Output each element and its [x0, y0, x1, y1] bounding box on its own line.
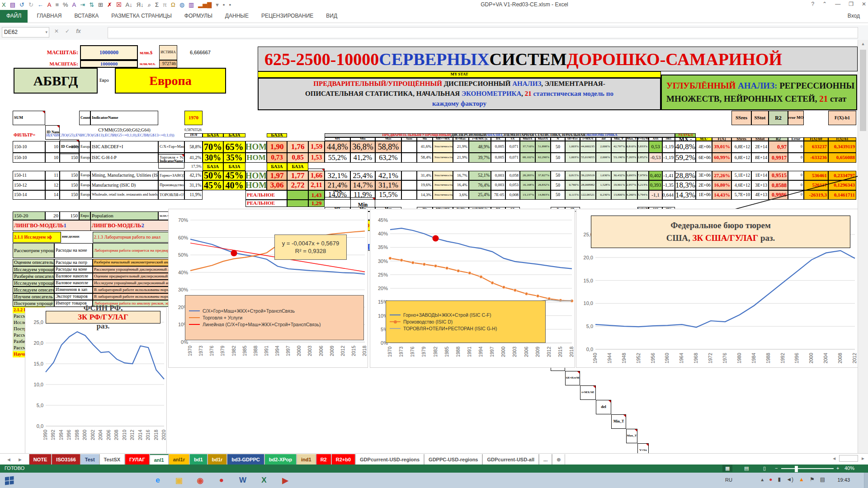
zoom-in-icon[interactable]: +	[836, 465, 839, 471]
grid-cell[interactable]: 1,53	[308, 153, 325, 163]
tray-camera-icon[interactable]: ●	[769, 476, 772, 483]
grid-cell[interactable]: 14,43%	[712, 190, 731, 200]
grid-cell[interactable]: 19,6%	[417, 180, 433, 190]
chart-column-icon[interactable]: ▾	[216, 0, 219, 9]
grid-cell[interactable]: Europa	[79, 153, 90, 163]
grid-cell[interactable]: 11,9%	[184, 190, 203, 200]
grid-cell[interactable]: Error МОД	[788, 111, 804, 125]
grid-cell[interactable]: 57,203%	[626, 153, 637, 163]
grid-cell[interactable]: 150	[60, 190, 79, 200]
grid-cell[interactable]: 22,957%	[626, 180, 637, 190]
grid-cell[interactable]: MX-	[696, 137, 712, 141]
sheet-tab-gdppc-usd-regions[interactable]: GDPPC-USD-regions	[424, 454, 482, 465]
taskbar-icon-chrome[interactable]: ◉	[192, 474, 209, 487]
grid-cell[interactable]: Min	[350, 137, 375, 141]
grid-cell[interactable]: 0,393	[649, 180, 662, 190]
page-layout-view-icon[interactable]: ▤	[741, 465, 751, 472]
close-icon[interactable]: ✕	[862, 1, 866, 7]
grid-cell[interactable]: 17,979%	[637, 171, 649, 180]
grid-cell[interactable]: Торговля + Ус	[158, 153, 184, 163]
grid-cell[interactable]: Горно+ЗАВОД	[158, 171, 184, 180]
hscroll-thumb[interactable]	[839, 455, 858, 462]
grid-cell[interactable]: ISIC ABCDEF+I	[90, 141, 158, 153]
chart-insert-icon[interactable]: ▂▅▇	[198, 0, 212, 9]
grid-cell[interactable]: 41,6%	[417, 141, 433, 153]
save-icon[interactable]: ▤	[10, 0, 15, 9]
grid-cell[interactable]: 150-11	[13, 171, 45, 180]
grid-cell[interactable]: 0,656088	[828, 153, 856, 163]
grid-cell[interactable]: 5,1E+12	[731, 171, 751, 180]
grid-cell[interactable]: БАЗА	[287, 163, 308, 171]
grid-cell[interactable]: 0,8588	[769, 180, 788, 190]
language-indicator[interactable]: RU	[725, 477, 732, 483]
window-controls[interactable]: ? ⌃ — ❐ ✕	[811, 1, 866, 7]
grid-cell[interactable]: 32,1%	[325, 171, 350, 180]
grid-cell[interactable]: 52,1%	[469, 171, 491, 180]
grid-cell[interactable]: БАЗА	[267, 163, 287, 171]
grid-cell[interactable]: 14,3%	[417, 190, 433, 200]
grid-cell[interactable]: БАЗА	[223, 163, 245, 171]
grid-cell[interactable]: DX	[491, 137, 505, 141]
grid-cell[interactable]: Расходы на коне	[54, 243, 93, 258]
grid-cell[interactable]: N	[551, 137, 565, 141]
grid-cell[interactable]: Europa	[79, 171, 90, 180]
grid-cell[interactable]: 39,229319	[580, 171, 596, 180]
sheet-tab-ind1[interactable]: ind1	[297, 454, 316, 465]
grid-cell[interactable]: Разберём описател	[13, 273, 54, 280]
grid-cell[interactable]	[401, 153, 417, 163]
chart-isic-europe[interactable]: 0%5%10%15%20%25%30%35%40%45%197019731976…	[370, 209, 575, 368]
grid-cell[interactable]: 41,2%	[350, 153, 375, 163]
grid-cell[interactable]: Europa	[79, 141, 90, 153]
scrollbar-thumb[interactable]	[860, 50, 866, 131]
taskbar-icon-recorder[interactable]: ●	[213, 474, 230, 487]
grid-cell[interactable]: 0,230%	[596, 190, 611, 200]
align-icon[interactable]: ≡	[55, 0, 59, 9]
grid-cell[interactable]: SE=Err	[565, 137, 580, 141]
grid-cell[interactable]: 0,815%	[565, 171, 580, 180]
grid-cell[interactable]: 1,59	[308, 141, 325, 153]
grid-cell[interactable]: 150	[60, 141, 79, 153]
grid-cell[interactable]: 15,5%	[375, 190, 401, 200]
zoom-out-icon[interactable]: −	[775, 465, 778, 471]
grid-cell[interactable]: 2,72	[287, 180, 308, 190]
grid-cell[interactable]: 46,810%	[626, 141, 637, 153]
grid-cell[interactable]: Расходы на потр	[54, 259, 93, 266]
grid-cell[interactable]: 30,432%	[611, 171, 626, 180]
grid-cell[interactable]: Sum	[401, 137, 417, 141]
grid-cell[interactable]: 150	[60, 153, 79, 163]
more-icon[interactable]: ▪	[229, 0, 231, 9]
grid-cell[interactable]: 0,003	[491, 171, 505, 180]
grid-cell[interactable]: 44,660235	[580, 141, 596, 153]
grid-cell[interactable]: SStot	[751, 137, 769, 141]
grid-cell[interactable]: 28,8%	[675, 171, 696, 180]
sheet-tab-note[interactable]: NOTE	[29, 454, 52, 465]
sheet-tab-testsx[interactable]: TestSX	[99, 454, 125, 465]
sign-in-link[interactable]: Вход	[848, 13, 860, 19]
grid-cell[interactable]: 0,008	[505, 190, 520, 200]
grid-cell[interactable]: ID Name	[45, 125, 60, 140]
ribbon-tab-вид[interactable]: ВИД	[320, 10, 344, 23]
zoom-slider-thumb[interactable]	[795, 466, 798, 472]
taskbar-icon-folder[interactable]: ▣	[170, 474, 188, 487]
grid-cell[interactable]: 1,003%	[565, 141, 580, 153]
grid-cell[interactable]: Europa	[79, 180, 90, 190]
grid-cell[interactable]: 0,005	[491, 153, 505, 163]
grid-cell[interactable]: -0,53	[649, 153, 662, 163]
grid-cell[interactable]: ПРЕДВАРИТЕЛЬНЫЙ/УПРОЩЁННЫЙ ДИСПЕРСИОННЫЙ…	[325, 133, 675, 137]
hscroll-left-icon[interactable]: ◄	[832, 456, 836, 461]
grid-cell[interactable]: 2,11	[308, 180, 325, 190]
grid-cell[interactable]: 0,3439119	[828, 141, 856, 153]
grid-cell[interactable]: 6,666667	[183, 45, 212, 60]
grid-cell[interactable]: 1,77	[287, 171, 308, 180]
sheet-tab-anl1r[interactable]: anl1r	[169, 454, 189, 465]
grid-cell[interactable]: 21,9%	[453, 141, 469, 153]
grid-cell[interactable]: Эластичность =1	[433, 171, 453, 180]
delete-row-x-icon[interactable]: ☒	[116, 0, 122, 9]
grid-cell[interactable]: 41,2%	[184, 153, 203, 163]
grid-cell[interactable]: 0	[788, 141, 804, 153]
grid-cell[interactable]: 12	[45, 180, 60, 190]
hscroll-right-icon[interactable]: ►	[861, 456, 865, 461]
grid-cell[interactable]: 0,2334797	[828, 171, 856, 180]
grid-cell[interactable]: 14,0%	[325, 190, 350, 200]
grid-cell[interactable]: ТОРОВЛЯ+ОТ	[158, 190, 184, 200]
